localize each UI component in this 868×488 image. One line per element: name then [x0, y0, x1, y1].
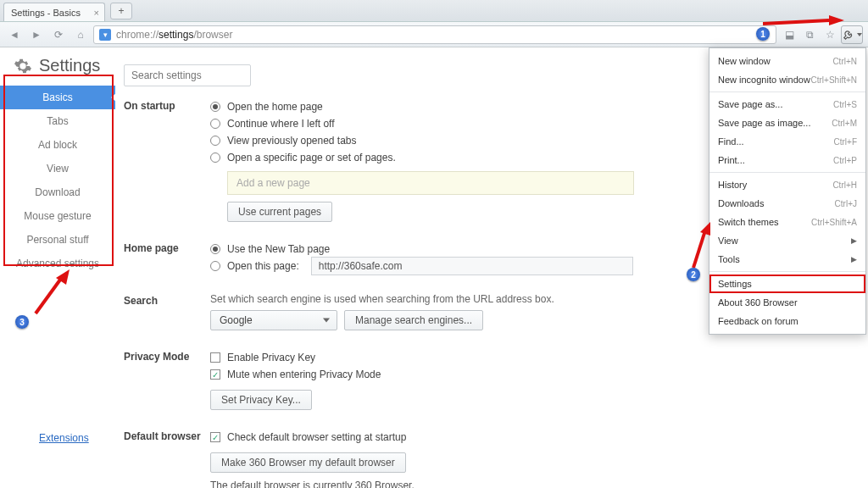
radio-prev-tabs[interactable] — [210, 136, 220, 146]
new-tab-button[interactable]: + — [110, 3, 132, 19]
browser-toolbar: ◄ ► ⟳ ⌂ ▾ chrome://settings/browser ⬓ ⧉ … — [0, 22, 868, 47]
radio-open-home[interactable] — [210, 102, 220, 112]
svg-line-4 — [36, 276, 63, 313]
submenu-arrow-icon: ▶ — [851, 255, 857, 263]
submenu-arrow-icon: ▶ — [851, 236, 857, 245]
home-button[interactable]: ⌂ — [71, 25, 90, 44]
manage-search-engines-button[interactable]: Manage search engines... — [344, 310, 483, 330]
gear-icon — [14, 57, 32, 75]
make-default-button[interactable]: Make 360 Browser my default browser — [210, 452, 406, 473]
set-privacy-key-button[interactable]: Set Privacy Key... — [210, 390, 312, 410]
menu-item-save-page-as[interactable]: Save page as...Ctrl+S — [709, 95, 865, 114]
svg-marker-3 — [700, 222, 710, 236]
menu-separator — [709, 271, 865, 272]
close-tab-icon[interactable]: × — [94, 8, 99, 18]
url-bar[interactable]: ▾ chrome://settings/browser — [93, 25, 776, 44]
svg-line-2 — [693, 230, 705, 268]
page-title: Settings — [39, 56, 100, 75]
menu-item-tools[interactable]: Tools▶ — [709, 250, 865, 269]
extensions-link[interactable]: Extensions — [39, 432, 89, 444]
svg-marker-1 — [829, 15, 844, 25]
browser-tab[interactable]: Settings - Basics × — [3, 3, 105, 21]
section-title-privacy: Privacy Mode — [124, 349, 210, 410]
wrench-menu: New windowCtrl+NNew incognito windowCtrl… — [709, 47, 866, 335]
forward-button[interactable]: ► — [27, 25, 46, 44]
use-current-pages-button[interactable]: Use current pages — [227, 202, 332, 222]
section-title-homepage: Home page — [124, 241, 210, 274]
menu-item-new-window[interactable]: New windowCtrl+N — [709, 52, 865, 70]
annotation-arrow-1 — [763, 15, 848, 32]
tab-title: Settings - Basics — [11, 8, 81, 18]
search-settings-input[interactable] — [124, 64, 251, 86]
annotation-arrow-3 — [31, 269, 73, 317]
url-path: /browser — [193, 29, 232, 41]
annotation-badge-3: 3 — [15, 315, 29, 329]
menu-separator — [709, 172, 865, 173]
default-browser-status: The default browser is currently 360 Bro… — [210, 480, 851, 488]
url-site-icon: ▾ — [99, 29, 111, 41]
menu-separator — [709, 92, 865, 92]
homepage-url-input[interactable] — [311, 257, 633, 275]
section-title-search: Search — [124, 293, 210, 330]
back-button[interactable]: ◄ — [5, 25, 24, 44]
menu-item-downloads[interactable]: DownloadsCtrl+J — [709, 194, 865, 213]
svg-line-0 — [763, 20, 829, 24]
annotation-box-sidebar — [3, 75, 114, 266]
menu-item-about-360-browser[interactable]: About 360 Browser — [709, 293, 865, 312]
menu-item-view[interactable]: View▶ — [709, 231, 865, 250]
radio-specific-page[interactable] — [210, 152, 220, 163]
url-host: settings — [159, 29, 193, 41]
checkbox-enable-privacy[interactable] — [210, 352, 220, 363]
menu-item-save-page-as-image[interactable]: Save page as image...Ctrl+M — [709, 114, 865, 132]
search-engine-select[interactable]: Google — [210, 310, 337, 330]
menu-item-switch-themes[interactable]: Switch themesCtrl+Shift+A — [709, 213, 865, 231]
menu-item-settings[interactable]: Settings — [709, 274, 865, 293]
add-page-field[interactable]: Add a new page — [227, 171, 634, 195]
menu-item-print[interactable]: Print...Ctrl+P — [709, 151, 865, 169]
annotation-arrow-2 — [685, 222, 710, 269]
section-title-startup: On startup — [124, 98, 210, 222]
menu-item-history[interactable]: HistoryCtrl+H — [709, 175, 865, 194]
menu-item-new-incognito-window[interactable]: New incognito windowCtrl+Shift+N — [709, 70, 865, 89]
annotation-badge-1: 1 — [756, 27, 770, 41]
radio-open-page[interactable] — [210, 261, 220, 271]
menu-item-find[interactable]: Find...Ctrl+F — [709, 132, 865, 151]
section-title-default: Default browser — [124, 429, 210, 488]
checkbox-mute-privacy[interactable]: ✓ — [210, 369, 220, 380]
radio-continue[interactable] — [210, 119, 220, 129]
checkbox-check-default[interactable]: ✓ — [210, 432, 220, 442]
radio-newtab[interactable] — [210, 244, 220, 254]
menu-item-feedback-on-forum[interactable]: Feedback on forum — [709, 312, 865, 330]
tab-strip: Settings - Basics × + — [0, 0, 868, 22]
url-scheme: chrome — [116, 29, 150, 41]
annotation-badge-2: 2 — [687, 268, 700, 281]
reload-button[interactable]: ⟳ — [49, 25, 68, 44]
